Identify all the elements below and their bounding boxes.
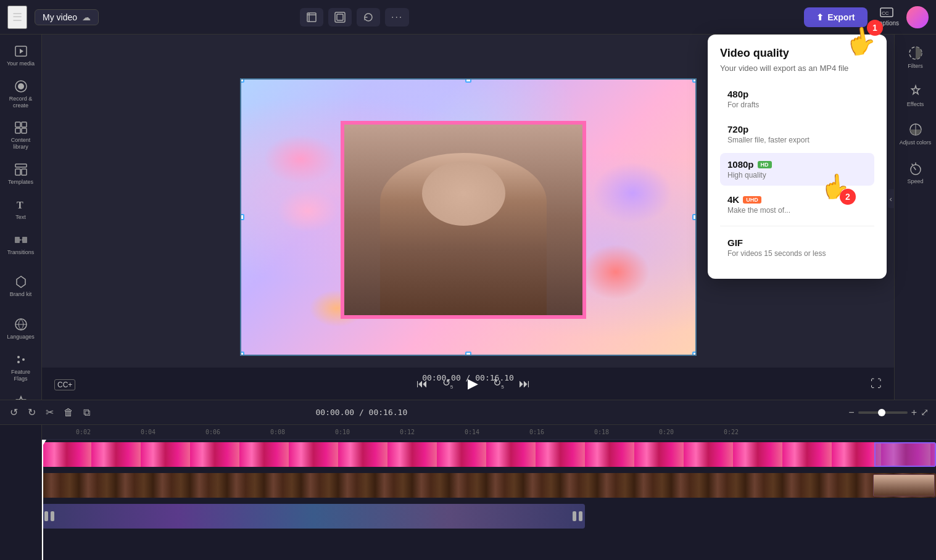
sidebar-item-feature-flags[interactable]: Feature Flags: [2, 348, 39, 387]
fullscreen-button[interactable]: ⛶: [868, 375, 884, 393]
user-avatar[interactable]: [906, 6, 929, 28]
track-2-end-clip[interactable]: [873, 474, 935, 496]
track-labels: [0, 425, 42, 560]
sidebar-item-languages[interactable]: Languages: [2, 313, 39, 345]
right-panel-filters[interactable]: Filters: [897, 39, 934, 75]
uhd-badge: UHD: [743, 196, 761, 204]
crop-tool-button[interactable]: [300, 8, 323, 27]
project-name-field[interactable]: My video ☁: [35, 9, 99, 25]
fit-timeline-button[interactable]: ⤢: [921, 406, 929, 418]
zoom-in-button[interactable]: +: [911, 407, 917, 418]
handle-mid-right[interactable]: [692, 214, 695, 220]
track-1-strip[interactable]: [42, 442, 936, 467]
rotate-tool-button[interactable]: [357, 8, 380, 27]
timeline-tracks: [42, 440, 936, 560]
sidebar-item-fluent-theme[interactable]: Fluent Theme: [2, 390, 39, 400]
skip-forward-button[interactable]: ⏭: [516, 375, 532, 393]
quality-option-4k[interactable]: 4K UHD Make the most of...: [720, 188, 874, 221]
handle-top-mid[interactable]: [465, 80, 471, 83]
quality-desc-1080p: High quality: [727, 171, 867, 179]
quality-option-gif[interactable]: GIF For videos 15 seconds or less: [720, 231, 874, 264]
svg-text:CC: CC: [882, 10, 889, 16]
timeline-toolbar: ↺ ↻ ✂ 🗑 ⧉ 00:00.00 / 00:16.10 − + ⤢: [0, 400, 936, 425]
svg-rect-15: [15, 164, 27, 167]
right-panel-speed[interactable]: Speed: [897, 155, 934, 191]
svg-text:T: T: [17, 200, 23, 210]
sidebar-item-text[interactable]: T Text: [2, 193, 39, 226]
menu-button[interactable]: ☰: [7, 6, 27, 29]
inner-video-frame: [341, 121, 586, 319]
svg-rect-16: [15, 169, 20, 175]
svg-point-23: [17, 356, 20, 358]
quality-desc-gif: For videos 15 seconds or less: [727, 249, 867, 258]
quality-desc-720p: Smaller file, faster export: [727, 136, 867, 144]
captions-button[interactable]: CC Captions: [875, 7, 899, 27]
handle-bottom-right[interactable]: [692, 352, 695, 355]
video-background: [241, 80, 695, 355]
svg-marker-8: [20, 49, 23, 54]
video-canvas[interactable]: [240, 78, 697, 356]
right-sidebar: Filters Effects Adjust colors Speed: [894, 35, 936, 400]
sidebar-item-brand-kit[interactable]: Brand kit: [2, 270, 39, 303]
track-3-end-pause-2: [573, 511, 576, 521]
track-1-end-clip[interactable]: [874, 442, 936, 467]
handle-bottom-mid[interactable]: [465, 352, 471, 355]
export-label: Export: [827, 12, 855, 22]
expand-panel-button[interactable]: ‹: [888, 189, 894, 208]
quality-option-1080p[interactable]: 1080p HD High quality: [720, 153, 874, 186]
svg-rect-11: [15, 122, 20, 127]
right-panel-adjust-colors[interactable]: Adjust colors: [897, 116, 934, 152]
svg-point-25: [17, 361, 20, 363]
handle-top-right[interactable]: [692, 80, 695, 83]
track-1: [42, 440, 936, 469]
quality-res-4k: 4K UHD: [727, 194, 867, 205]
handle-top-left[interactable]: [241, 80, 244, 83]
zoom-thumb: [878, 409, 885, 416]
track-2: [42, 471, 936, 500]
cc-button[interactable]: CC+: [52, 375, 78, 393]
track-3-end-pause: [579, 511, 582, 521]
more-tools-button[interactable]: ···: [385, 8, 409, 27]
sidebar-item-transitions[interactable]: Transitions: [2, 228, 39, 261]
project-title: My video: [43, 12, 77, 22]
playhead[interactable]: [42, 440, 43, 560]
toolbar-center: ···: [300, 8, 409, 27]
right-panel-effects[interactable]: Effects: [897, 78, 934, 113]
time-display: 00:00.00 / 00:16.10: [422, 373, 514, 382]
quality-res-720p: 720p: [727, 124, 867, 134]
timeline-area: ↺ ↻ ✂ 🗑 ⧉ 00:00.00 / 00:16.10 − + ⤢ 0:02…: [0, 400, 936, 560]
undo-button[interactable]: ↺: [7, 404, 20, 421]
track-3-pause-icon: [44, 511, 48, 521]
hd-badge: HD: [758, 161, 772, 168]
quality-divider: [720, 226, 874, 226]
zoom-out-button[interactable]: −: [848, 407, 854, 418]
sidebar-item-your-media[interactable]: Your media: [2, 39, 39, 72]
handle-bottom-left[interactable]: [241, 352, 244, 355]
top-right-controls: ⬆ Export CC Captions: [804, 6, 929, 28]
fit-tool-button[interactable]: [328, 8, 352, 27]
playback-bar: CC+ ⏮ ↺5 ▶ ↻5 ⏭ ⛶: [42, 368, 894, 400]
sidebar-item-record-create[interactable]: Record & create: [2, 75, 39, 114]
delete-button[interactable]: 🗑: [61, 405, 76, 421]
cut-button[interactable]: ✂: [43, 404, 56, 421]
track-3-strip[interactable]: [42, 504, 585, 529]
svg-rect-19: [15, 237, 20, 243]
zoom-slider[interactable]: [858, 411, 908, 414]
quality-desc-4k: Make the most of...: [727, 206, 867, 215]
handle-mid-left[interactable]: [241, 214, 244, 220]
track-2-strip[interactable]: [42, 473, 936, 498]
quality-option-720p[interactable]: 720p Smaller file, faster export: [720, 118, 874, 150]
top-bar: ☰ My video ☁ ··· ⬆ Export CC Captions: [0, 0, 936, 35]
quality-option-480p[interactable]: 480p For drafts: [720, 83, 874, 115]
svg-rect-12: [22, 122, 27, 127]
export-button[interactable]: ⬆ Export: [804, 7, 867, 27]
quality-res-gif: GIF: [727, 237, 867, 248]
quality-panel-subtitle: Your video will export as an MP4 file: [720, 64, 874, 73]
svg-rect-4: [337, 14, 343, 20]
sidebar-item-templates[interactable]: Templates: [2, 158, 39, 191]
redo-button[interactable]: ↻: [25, 404, 38, 421]
sidebar-item-content-library[interactable]: Content library: [2, 116, 39, 155]
duplicate-button[interactable]: ⧉: [81, 405, 93, 421]
svg-point-24: [22, 358, 25, 361]
quality-panel-title: Video quality: [720, 47, 874, 60]
